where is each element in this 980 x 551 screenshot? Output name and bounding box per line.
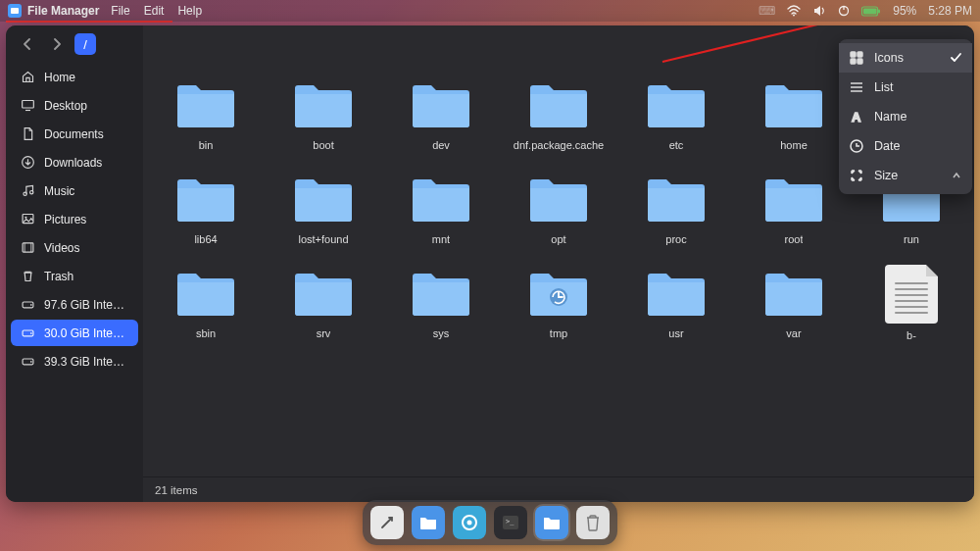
menu-help[interactable]: Help bbox=[177, 4, 202, 18]
dock-browser-icon[interactable] bbox=[453, 506, 486, 539]
sidebar-item-documents[interactable]: Documents bbox=[11, 121, 138, 147]
sidebar-item-pictures[interactable]: Pictures bbox=[11, 206, 138, 232]
dock-files-icon[interactable] bbox=[412, 506, 445, 539]
grid-item-home[interactable]: home bbox=[737, 71, 851, 161]
chevron-up-icon bbox=[951, 170, 962, 181]
grid-item-tmp[interactable]: tmp bbox=[502, 259, 615, 351]
item-label: proc bbox=[665, 233, 686, 245]
grid-item-opt[interactable]: opt bbox=[502, 165, 615, 255]
tray-power-icon[interactable] bbox=[838, 5, 850, 17]
view-option-date[interactable]: Date bbox=[839, 131, 972, 161]
dock-filemanager-active-icon[interactable] bbox=[535, 506, 568, 539]
app-name: File Manager bbox=[27, 4, 99, 18]
grid-item-root[interactable]: root bbox=[737, 165, 851, 255]
grid-item-b-[interactable]: b- bbox=[855, 259, 968, 351]
sidebar-item-trash[interactable]: Trash bbox=[11, 263, 138, 289]
drive-icon bbox=[21, 326, 35, 340]
svg-rect-27 bbox=[858, 59, 862, 64]
dock-launcher-icon[interactable] bbox=[370, 506, 404, 539]
item-label: var bbox=[786, 327, 801, 339]
item-label: lib64 bbox=[194, 233, 217, 245]
folder-icon bbox=[760, 265, 828, 322]
sidebar-item-label: Videos bbox=[44, 241, 79, 255]
grid-item-boot[interactable]: boot bbox=[267, 71, 380, 161]
nav-back-button[interactable] bbox=[16, 32, 39, 56]
sidebar-item-97-6-gib-internal-driv-[interactable]: 97.6 GiB Internal Driv… bbox=[11, 291, 138, 318]
item-label: dev bbox=[432, 139, 450, 151]
sidebar-item-label: Downloads bbox=[44, 156, 102, 170]
view-option-icons[interactable]: Icons bbox=[839, 43, 972, 73]
status-bar: 21 items bbox=[143, 476, 974, 502]
grid-item-mnt[interactable]: mnt bbox=[384, 165, 498, 255]
view-option-name[interactable]: AName bbox=[839, 102, 972, 131]
folder-icon bbox=[642, 265, 710, 322]
grid-item-bin[interactable]: bin bbox=[149, 71, 263, 161]
folder-icon bbox=[760, 171, 828, 227]
grid-item-dev[interactable]: dev bbox=[384, 71, 498, 161]
dock: >_ bbox=[363, 500, 617, 545]
status-count: 21 items bbox=[155, 484, 197, 496]
sidebar-item-30-0-gib-internal-driv-[interactable]: 30.0 GiB Internal Driv… bbox=[11, 320, 138, 346]
item-label: tmp bbox=[550, 327, 567, 339]
grid-item-usr[interactable]: usr bbox=[619, 259, 733, 351]
download-icon bbox=[21, 155, 35, 170]
tray-volume-icon[interactable] bbox=[812, 5, 826, 17]
item-label: etc bbox=[669, 139, 684, 151]
svg-rect-0 bbox=[11, 8, 19, 14]
item-label: boot bbox=[313, 139, 333, 151]
grid-item-lib64[interactable]: lib64 bbox=[149, 165, 263, 255]
folder-icon bbox=[289, 265, 358, 322]
nav-forward-button[interactable] bbox=[45, 32, 69, 56]
sidebar-item-label: Desktop bbox=[44, 99, 87, 113]
file-manager-window: / HomeDesktopDocumentsDownloadsMusicPict… bbox=[6, 25, 974, 502]
item-label: mnt bbox=[432, 233, 450, 245]
menu-file[interactable]: File bbox=[111, 4, 129, 18]
dock-trash-icon[interactable] bbox=[576, 506, 610, 539]
sidebar-item-downloads[interactable]: Downloads bbox=[11, 149, 138, 175]
svg-rect-7 bbox=[23, 101, 34, 109]
folder-icon bbox=[172, 76, 240, 133]
tray-wifi-icon[interactable] bbox=[787, 5, 801, 17]
dock-terminal-icon[interactable]: >_ bbox=[494, 506, 527, 539]
tray-time: 5:28 PM bbox=[928, 4, 972, 18]
menu-edit[interactable]: Edit bbox=[144, 4, 165, 18]
grid-item-etc[interactable]: etc bbox=[619, 71, 733, 161]
grid-item-var[interactable]: var bbox=[737, 259, 851, 351]
sidebar-item-39-3-gib-internal-driv-[interactable]: 39.3 GiB Internal Driv… bbox=[11, 348, 138, 375]
sidebar-item-label: Music bbox=[44, 184, 74, 198]
view-option-list[interactable]: List bbox=[839, 73, 972, 102]
item-label: opt bbox=[551, 233, 565, 245]
grid-item-sbin[interactable]: sbin bbox=[149, 259, 263, 351]
svg-rect-5 bbox=[863, 8, 877, 14]
list-icon bbox=[849, 79, 864, 95]
path-root-chip[interactable]: / bbox=[74, 33, 96, 55]
sidebar-item-videos[interactable]: Videos bbox=[11, 234, 138, 261]
grid-item-sys[interactable]: sys bbox=[384, 259, 498, 351]
sidebar-item-desktop[interactable]: Desktop bbox=[11, 92, 138, 119]
grid-icon bbox=[849, 50, 864, 66]
grid-item-srv[interactable]: srv bbox=[267, 259, 380, 351]
grid-item-dnf.package.cache[interactable]: dnf.package.cache bbox=[502, 71, 615, 161]
svg-rect-14 bbox=[23, 243, 33, 252]
svg-point-10 bbox=[24, 192, 26, 195]
grid-item-lost+found[interactable]: lost+found bbox=[267, 165, 380, 255]
view-option-label: Name bbox=[874, 110, 906, 124]
sidebar-item-home[interactable]: Home bbox=[11, 64, 138, 90]
tray-lang-icon[interactable]: ⌨ bbox=[759, 4, 775, 18]
sidebar-item-label: Documents bbox=[44, 127, 104, 141]
view-option-size[interactable]: Size bbox=[839, 161, 972, 190]
check-icon bbox=[949, 51, 962, 65]
svg-rect-24 bbox=[851, 52, 856, 57]
folder-icon bbox=[407, 171, 475, 227]
folder-icon bbox=[172, 265, 240, 322]
clock-icon bbox=[849, 138, 864, 154]
sidebar-item-label: Pictures bbox=[44, 213, 86, 226]
sidebar-item-label: Home bbox=[44, 71, 75, 84]
annotation-underline bbox=[6, 21, 172, 23]
svg-rect-26 bbox=[851, 59, 856, 64]
svg-point-11 bbox=[30, 191, 33, 194]
grid-item-proc[interactable]: proc bbox=[619, 165, 733, 255]
tray-battery-icon[interactable] bbox=[861, 6, 881, 17]
folder-icon bbox=[407, 76, 475, 133]
sidebar-item-music[interactable]: Music bbox=[11, 177, 138, 204]
